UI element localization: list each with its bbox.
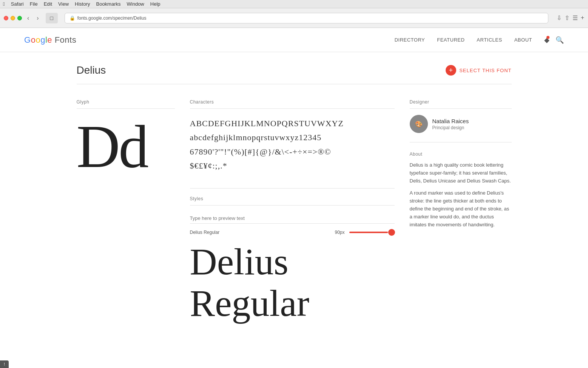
titlebar:  Safari File Edit View History Bookmark… [0,0,588,8]
size-slider-track [349,232,395,233]
collection-icon-button[interactable]: ◆ [544,36,549,44]
bookmarks-menu[interactable]: Bookmarks [96,1,120,7]
logo-google-g2: g [40,35,45,45]
url-text: fonts.google.com/specimen/Delius [77,15,147,21]
glyph-label: Glyph [77,99,175,109]
font-preview-large: Delius Regular [190,241,395,324]
logo-google-o2: o [35,35,40,45]
designer-section: Designer 🎨 Natalia Raices Principal desi… [410,99,512,142]
address-bar[interactable]: 🔒 fonts.google.com/specimen/Delius [65,13,548,23]
size-slider-thumb[interactable] [388,229,395,236]
file-menu[interactable]: File [30,1,38,7]
designer-avatar: 🎨 [410,115,428,133]
browser-icons: ⇩ ⇧ ☰ + [557,14,584,22]
new-tab-icon[interactable]: + [581,14,584,22]
designer-info: 🎨 Natalia Raices Principal design [410,115,512,133]
traffic-lights [4,16,22,20]
about-header: About [410,152,512,157]
styles-section: Styles Delius Regular 90px Delius Regula… [190,188,395,324]
nav-featured[interactable]: FEATURED [437,37,465,43]
about-section: About Delius is a high quality comic boo… [410,152,512,229]
size-value: 90px [335,230,344,235]
tab-overview-button[interactable]: □ [46,13,58,23]
forward-button[interactable]: › [34,14,41,22]
style-row: Delius Regular 90px [190,230,395,235]
site-header: Google Fonts DIRECTORY FEATURED ARTICLES… [0,28,588,52]
logo: Google Fonts [24,35,76,45]
glyph-display: Dd [77,116,175,177]
font-header: Delius + SELECT THIS FONT [77,52,512,84]
logo-fonts: Fonts [55,35,77,45]
share-icon[interactable]: ⇧ [565,14,569,22]
logo-text: Google Fonts [24,35,76,45]
search-icon: 🔍 [556,36,564,44]
glyph-column: Glyph Dd [77,99,175,324]
close-button[interactable] [4,16,8,20]
styles-label: Styles [190,196,395,206]
back-button[interactable]: ‹ [25,14,31,22]
plus-icon: + [446,65,456,76]
font-name-title: Delius [77,64,106,76]
designer-role: Principal design [432,125,469,130]
style-name-label: Delius Regular [190,230,220,235]
nav-about[interactable]: ABOUT [514,37,532,43]
middle-column: Characters ABCDEFGHIJKLMNOPQRSTUVWXYZ ab… [190,99,395,324]
minimize-button[interactable] [11,16,15,20]
search-button[interactable]: 🔍 [556,36,564,44]
select-font-button[interactable]: + SELECT THIS FONT [446,65,511,76]
logo-google-o1: o [31,35,36,45]
notification-badge [546,36,549,39]
window-menu[interactable]: Window [127,1,144,7]
edit-menu[interactable]: Edit [44,1,52,7]
history-menu[interactable]: History [75,1,90,7]
designer-name: Natalia Raices [432,118,469,124]
characters-display: ABCDEFGHIJKLMNOPQRSTUVWXYZ abcdefghijklm… [190,116,395,173]
preview-input[interactable] [190,213,395,224]
reader-icon[interactable]: ☰ [573,14,578,22]
view-menu[interactable]: View [58,1,69,7]
nav-articles[interactable]: ARTICLES [477,37,502,43]
browser-chrome: ‹ › □ 🔒 fonts.google.com/specimen/Delius… [0,8,588,28]
logo-google-e: e [47,35,52,45]
right-column: Designer 🎨 Natalia Raices Principal desi… [410,99,512,324]
titlebar-menu:  Safari File Edit View History Bookmark… [3,1,161,7]
font-page: Delius + SELECT THIS FONT Glyph Dd Chara… [52,52,536,339]
apple-menu[interactable]:  [3,1,5,7]
maximize-button[interactable] [17,16,22,20]
content-area: Glyph Dd Characters ABCDEFGHIJKLMNOPQRST… [77,84,512,339]
nav-links: DIRECTORY FEATURED ARTICLES ABOUT ◆ 🔍 [395,36,564,44]
slider-fill [349,232,388,233]
select-font-label: SELECT THIS FONT [459,68,511,73]
safari-menu[interactable]: Safari [11,1,24,7]
size-control: 90px [335,230,394,235]
nav-directory[interactable]: DIRECTORY [395,37,425,43]
nav-icons: ◆ 🔍 [544,36,564,44]
about-text-2: A round marker was used to define Delius… [410,189,512,229]
download-icon[interactable]: ⇩ [557,14,562,22]
avatar-initial: 🎨 [410,115,428,133]
help-menu[interactable]: Help [150,1,161,7]
about-text-1: Delius is a high quality comic book lett… [410,161,512,185]
characters-label: Characters [190,99,395,109]
logo-google-g: G [24,35,31,45]
designer-details: Natalia Raices Principal design [432,118,469,130]
designer-header: Designer [410,99,512,109]
lock-icon: 🔒 [69,15,75,21]
